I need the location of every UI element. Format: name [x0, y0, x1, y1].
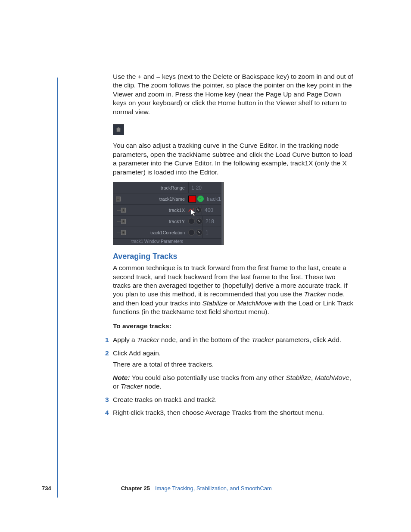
param-label: track1Y — [131, 219, 187, 224]
page-number: 734 — [42, 485, 51, 492]
section-heading: Averaging Tracks — [113, 252, 354, 261]
expand-icon[interactable]: + — [121, 208, 126, 212]
param-value[interactable]: 400 — [202, 205, 221, 215]
chapter-label: Chapter 25 — [121, 485, 150, 492]
text-italic: Tracker — [137, 336, 159, 343]
home-button-icon — [113, 124, 124, 135]
home-icon — [115, 126, 122, 133]
text-italic: Stabilize — [202, 299, 228, 307]
param-label: track1X — [131, 208, 187, 213]
step-number: 1 — [105, 336, 109, 344]
enabled-toggle-icon[interactable]: ✓ — [197, 196, 204, 202]
scrollbar[interactable] — [221, 182, 223, 245]
text: or — [227, 299, 237, 307]
task-heading: To average tracks: — [113, 322, 354, 330]
param-row-track1correlation: + track1Correlation 1 — [113, 227, 221, 238]
clock-icon[interactable] — [188, 229, 195, 236]
param-label: track1Correlation — [131, 230, 187, 235]
collapse-icon[interactable]: − — [116, 196, 121, 201]
text: Right-click track3, then choose Average … — [113, 409, 324, 416]
param-row-overflow: track1 Window Parameters — [113, 238, 221, 245]
note-label: Note: — [113, 374, 130, 381]
step-number: 4 — [105, 408, 109, 417]
clock-icon[interactable] — [188, 218, 195, 224]
body-paragraph-2: You can also adjust a tracking curve in … — [113, 141, 354, 177]
text: Create tracks on track1 and track2. — [113, 396, 217, 403]
note: Note: You could also potentially use tra… — [113, 373, 354, 391]
step-2: 2 Click Add again. There are a total of … — [113, 349, 354, 391]
step-number: 3 — [105, 395, 109, 404]
text: , — [311, 374, 315, 381]
page-content: Use the + and – keys (next to the Delete… — [113, 72, 354, 421]
step-3: 3 Create tracks on track1 and track2. — [113, 395, 354, 404]
param-row-track1y: + track1Y 218 — [113, 216, 221, 227]
param-value[interactable]: 1 — [202, 227, 221, 238]
left-rule — [57, 78, 58, 498]
text-italic: Stabilize — [286, 374, 311, 381]
param-value[interactable]: track1 — [204, 193, 221, 204]
text-italic: Tracker — [252, 336, 274, 343]
expand-icon[interactable]: + — [121, 230, 126, 235]
text-italic: Tracker — [304, 290, 326, 298]
step-list: 1 Apply a Tracker node, and in the botto… — [113, 336, 354, 417]
page-footer: 734 Chapter 25 Image Tracking, Stabiliza… — [42, 485, 272, 492]
color-swatch[interactable] — [188, 196, 196, 202]
chapter-title: Image Tracking, Stabilization, and Smoot… — [155, 485, 272, 492]
param-value[interactable]: 1-20 — [188, 182, 221, 193]
tracker-parameters-panel: trackRange 1-20 − track1Name ✓ track1 — [113, 182, 224, 245]
text-italic: Tracker — [121, 383, 143, 390]
param-label: track1Name — [131, 196, 187, 202]
text: node. — [143, 383, 161, 390]
text: You could also potentially use tracks fr… — [130, 374, 286, 381]
expand-icon[interactable]: + — [121, 219, 126, 224]
param-label: trackRange — [131, 185, 187, 190]
body-paragraph-1: Use the + and – keys (next to the Delete… — [113, 72, 354, 116]
text: Click Add again. — [113, 349, 161, 357]
text: node, and in the bottom of the — [159, 336, 252, 343]
param-value[interactable]: 218 — [202, 216, 221, 227]
param-row-track1x: + track1X 400 — [113, 205, 221, 216]
step-1: 1 Apply a Tracker node, and in the botto… — [113, 336, 354, 344]
text: Apply a — [113, 336, 137, 343]
averaging-intro: A common technique is to track forward f… — [113, 264, 354, 317]
text-italic: MatchMove — [315, 374, 349, 381]
keyframe-icon[interactable] — [196, 218, 202, 224]
load-curve-icon[interactable] — [188, 207, 194, 213]
keyframe-icon[interactable] — [196, 229, 202, 236]
keyframe-icon[interactable] — [195, 207, 202, 213]
step-sub-text: There are a total of three trackers. — [113, 360, 354, 369]
text-italic: MatchMove — [237, 299, 272, 307]
param-row-track1name: − track1Name ✓ track1 — [113, 193, 221, 205]
step-number: 2 — [105, 349, 109, 358]
text: parameters, click Add. — [274, 336, 341, 343]
param-row-trackrange: trackRange 1-20 — [113, 182, 221, 193]
step-4: 4 Right-click track3, then choose Averag… — [113, 408, 354, 417]
